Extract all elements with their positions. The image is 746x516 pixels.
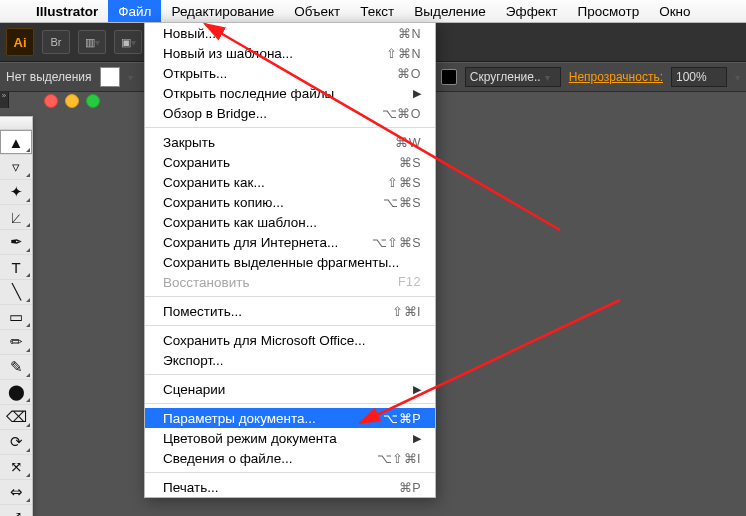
menu-item[interactable]: Экспорт... [145, 350, 435, 370]
tool-paintbrush[interactable]: ✏ [0, 330, 32, 355]
app-name[interactable]: Illustrator [26, 4, 108, 19]
menu-item[interactable]: Сохранить как шаблон... [145, 212, 435, 232]
menu-item[interactable]: Новый...⌘N [145, 23, 435, 43]
menu-item-shortcut: ⇧⌘N [386, 46, 421, 61]
menu-item[interactable]: Открыть...⌘O [145, 63, 435, 83]
menu-item-shortcut: ⌘N [398, 26, 421, 41]
menu-item[interactable]: Печать...⌘P [145, 477, 435, 497]
menu-item-label: Сохранить копию... [163, 195, 383, 210]
menu-item-label: Экспорт... [163, 353, 421, 368]
stroke-profile-swatch[interactable] [441, 69, 457, 85]
menu-item[interactable]: Сохранить для Интернета...⌥⇧⌘S [145, 232, 435, 252]
menu-выделение[interactable]: Выделение [404, 0, 496, 22]
tool-pencil[interactable]: ✎ [0, 355, 32, 380]
corner-style-label: Скругление.. [470, 70, 541, 84]
menu-редактирование[interactable]: Редактирование [161, 0, 284, 22]
tools-panel: ▲▿✦⟀✒T╲▭✏✎⬤⌫⟳⤧⇔⤢ [0, 116, 33, 516]
menu-item-shortcut: ⌥⌘O [382, 106, 421, 121]
menu-item[interactable]: Сохранить выделенные фрагменты... [145, 252, 435, 272]
menu-item-label: Сохранить для Интернета... [163, 235, 372, 250]
submenu-arrow-icon: ▶ [413, 383, 421, 396]
tools-panel-grip[interactable] [0, 117, 32, 130]
tool-pen[interactable]: ✒ [0, 230, 32, 255]
tool-magic-wand[interactable]: ✦ [0, 180, 32, 205]
menu-item[interactable]: Сведения о файле...⌥⇧⌘I [145, 448, 435, 468]
tool-type[interactable]: T [0, 255, 32, 280]
submenu-arrow-icon: ▶ [413, 432, 421, 445]
opacity-link[interactable]: Непрозрачность: [569, 70, 663, 84]
tool-flyout-indicator-icon [26, 473, 30, 477]
tool-direct-selection[interactable]: ▿ [0, 155, 32, 180]
opacity-field[interactable]: 100% [671, 67, 727, 87]
menu-item-label: Восстановить [163, 275, 398, 290]
tool-rectangle[interactable]: ▭ [0, 305, 32, 330]
menu-item[interactable]: Параметры документа...⌥⌘P [145, 408, 435, 428]
menu-item[interactable]: Сохранить как...⇧⌘S [145, 172, 435, 192]
tool-blob-brush[interactable]: ⬤ [0, 380, 32, 405]
submenu-arrow-icon: ▶ [413, 87, 421, 100]
tool-line[interactable]: ╲ [0, 280, 32, 305]
menu-item[interactable]: Сохранить для Microsoft Office... [145, 330, 435, 350]
menu-item-label: Поместить... [163, 304, 392, 319]
tool-flyout-indicator-icon [26, 223, 30, 227]
window-zoom-icon[interactable] [86, 94, 100, 108]
tool-flyout-indicator-icon [26, 248, 30, 252]
tool-flyout-indicator-icon [26, 348, 30, 352]
menu-item[interactable]: Поместить...⇧⌘I [145, 301, 435, 321]
tool-width[interactable]: ⇔ [0, 480, 32, 505]
tool-eraser[interactable]: ⌫ [0, 405, 32, 430]
menu-текст[interactable]: Текст [350, 0, 404, 22]
tool-flyout-indicator-icon [26, 173, 30, 177]
menu-item-label: Параметры документа... [163, 411, 383, 426]
tool-scale[interactable]: ⤧ [0, 455, 32, 480]
fill-swatch-menu-icon[interactable]: ▾ [128, 72, 133, 83]
menu-item-shortcut: ⌘S [399, 155, 421, 170]
tool-flyout-indicator-icon [26, 198, 30, 202]
menu-объект[interactable]: Объект [284, 0, 350, 22]
illustrator-logo-icon: Ai [6, 28, 34, 56]
selection-status: Нет выделения [6, 70, 92, 84]
arrange-documents-button[interactable]: ▥▾ [78, 30, 106, 54]
menu-item[interactable]: Сценарии▶ [145, 379, 435, 399]
menu-просмотр[interactable]: Просмотр [568, 0, 650, 22]
tool-selection[interactable]: ▲ [0, 130, 32, 155]
menu-item-label: Сохранить [163, 155, 399, 170]
menu-item[interactable]: Новый из шаблона...⇧⌘N [145, 43, 435, 63]
opacity-stepper-icon[interactable]: ▾ [735, 72, 740, 83]
macos-menubar: Illustrator ФайлРедактированиеОбъектТекс… [0, 0, 746, 23]
panel-collapse-strip[interactable]: » [0, 92, 9, 108]
menu-item-label: Сохранить для Microsoft Office... [163, 333, 421, 348]
menu-файл[interactable]: Файл [108, 0, 161, 22]
menu-эффект[interactable]: Эффект [496, 0, 568, 22]
menu-item-shortcut: ⇧⌘I [392, 304, 421, 319]
menu-item-label: Новый из шаблона... [163, 46, 386, 61]
tool-lasso[interactable]: ⟀ [0, 205, 32, 230]
window-minimize-icon[interactable] [65, 94, 79, 108]
menu-item-shortcut: ⌘O [397, 66, 421, 81]
menu-item[interactable]: Обзор в Bridge...⌥⌘O [145, 103, 435, 123]
menu-item-label: Обзор в Bridge... [163, 106, 382, 121]
bridge-button[interactable]: Br [42, 30, 70, 54]
tool-rotate[interactable]: ⟳ [0, 430, 32, 455]
menu-item-label: Сохранить выделенные фрагменты... [163, 255, 421, 270]
document-window-controls [44, 94, 100, 108]
menu-item-label: Сохранить как... [163, 175, 387, 190]
menu-item[interactable]: Сохранить копию...⌥⌘S [145, 192, 435, 212]
menu-item-shortcut: ⌥⇧⌘S [372, 235, 421, 250]
tool-flyout-indicator-icon [26, 498, 30, 502]
window-close-icon[interactable] [44, 94, 58, 108]
tool-flyout-indicator-icon [26, 373, 30, 377]
menu-item-shortcut: ⌥⌘P [383, 411, 421, 426]
menu-item-label: Открыть последние файлы [163, 86, 413, 101]
menu-item[interactable]: Цветовой режим документа▶ [145, 428, 435, 448]
menu-окно[interactable]: Окно [649, 0, 700, 22]
menu-item[interactable]: Открыть последние файлы▶ [145, 83, 435, 103]
screen-mode-button[interactable]: ▣▾ [114, 30, 142, 54]
menu-item-label: Новый... [163, 26, 398, 41]
menu-item[interactable]: Закрыть⌘W [145, 132, 435, 152]
corner-style-dropdown[interactable]: Скругление..▾ [465, 67, 561, 87]
menu-item-label: Сохранить как шаблон... [163, 215, 421, 230]
fill-swatch[interactable] [100, 67, 120, 87]
menu-item[interactable]: Сохранить⌘S [145, 152, 435, 172]
tool-free-transform[interactable]: ⤢ [0, 505, 32, 516]
